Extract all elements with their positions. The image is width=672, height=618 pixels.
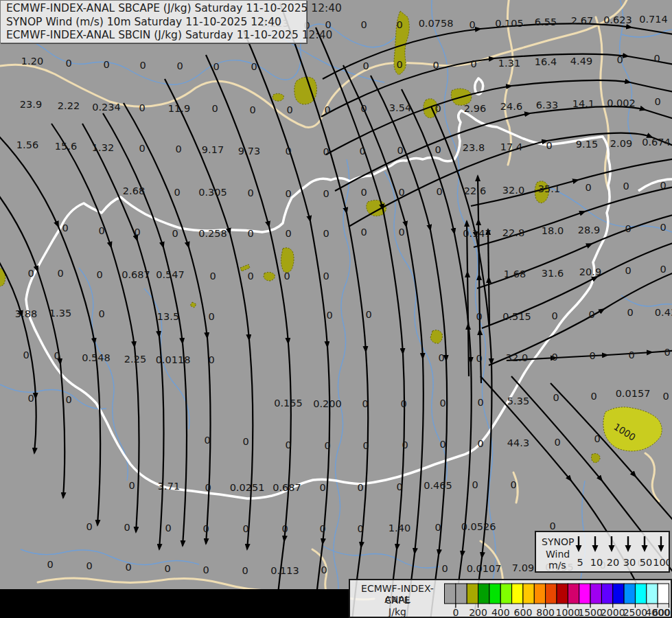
- map-value: 0: [625, 265, 631, 276]
- map-value: 0: [285, 146, 291, 157]
- map-value: 0.0118: [156, 354, 191, 365]
- map-value: 13.5: [157, 311, 179, 322]
- map-value: 1.56: [16, 139, 38, 150]
- map-value: 0: [585, 182, 591, 193]
- map-value: 0: [589, 350, 595, 361]
- map-value: 0: [439, 398, 445, 409]
- map-value: 2.68: [123, 185, 145, 196]
- value-labels-layer: 0.22300000.075800.1056.552.670.6230.7141…: [15, 14, 672, 576]
- map-value: 0: [54, 350, 60, 361]
- map-value: 0: [65, 394, 71, 405]
- map-value: 0: [360, 19, 367, 30]
- map-value: 35.1: [538, 183, 560, 194]
- map-value: 23.8: [463, 142, 485, 153]
- map-value: 0: [213, 61, 219, 72]
- map-value: 0: [98, 225, 104, 236]
- wind-legend: SYNOP Wind m/s 510203050100: [535, 531, 670, 573]
- map-value: 0: [103, 59, 109, 70]
- map-value: 0: [360, 103, 367, 114]
- map-value: 0.305: [198, 187, 227, 198]
- map-value: 0: [432, 60, 439, 71]
- map-value: 0.674: [642, 137, 671, 148]
- map-value: 0: [174, 187, 180, 198]
- map-value: 0: [660, 180, 666, 191]
- map-value: 0: [242, 436, 248, 447]
- map-value: 0: [628, 350, 634, 360]
- bottom-filler-strip: [0, 589, 350, 618]
- map-value: 22.8: [502, 227, 524, 238]
- map-value: 0: [362, 398, 368, 409]
- map-value: 0: [323, 146, 329, 157]
- title-box: ECMWF-INDEX-ANAL SBCAPE (J/kg) Saturday …: [0, 0, 307, 43]
- cape-tick-label: 0: [452, 607, 459, 617]
- map-value: 0: [27, 393, 34, 404]
- wind-speed-label: 30: [623, 557, 636, 568]
- weather-map-screen: 0.22300000.075800.1056.552.670.6230.7141…: [0, 0, 672, 618]
- map-value: 14.1: [572, 98, 594, 109]
- map-value: 0: [251, 61, 257, 72]
- map-value: 0.547: [156, 269, 185, 280]
- map-value: 0: [27, 268, 34, 279]
- map-value: 0.258: [198, 228, 227, 239]
- map-value: 0: [435, 522, 441, 533]
- title-line-sbcape: ECMWF-INDEX-ANAL SBCAPE (J/kg) Saturday …: [6, 2, 301, 16]
- cape-tick-label: 1500: [578, 607, 603, 617]
- map-value: 0.623: [603, 14, 632, 25]
- map-value: 32.0: [502, 185, 524, 196]
- map-value: 0.687: [121, 269, 150, 280]
- map-value: 0: [625, 223, 631, 234]
- map-value: 0: [396, 59, 402, 70]
- cape-tick-label: 2500: [623, 607, 648, 617]
- map-value: 0: [319, 482, 325, 493]
- wind-speed-label: 50: [640, 557, 652, 568]
- map-value: 0: [209, 271, 216, 282]
- map-value: 0: [124, 522, 130, 533]
- map-value: 0.0526: [461, 521, 496, 532]
- map-value: 0: [285, 188, 291, 199]
- map-value: 0: [323, 188, 329, 199]
- map-value: 0: [242, 565, 248, 576]
- map-value: 18.0: [542, 225, 564, 236]
- map-value: 0: [247, 187, 253, 198]
- map-value: 16.4: [535, 56, 557, 67]
- map-value: 0: [139, 102, 145, 113]
- map-value: 2.67: [571, 15, 593, 26]
- map-value: 0.714: [639, 14, 668, 25]
- map-value: 0.0758: [419, 18, 454, 29]
- map-value: 0: [283, 271, 290, 282]
- map-value: 24.6: [500, 101, 522, 112]
- map-value: 3.54: [389, 102, 411, 113]
- map-value: 0: [476, 353, 482, 364]
- map-value: 0.113: [270, 565, 299, 576]
- map-value: 0: [362, 60, 369, 71]
- map-value: 0.0157: [616, 388, 651, 399]
- title-line-wind: SYNOP Wind (m/s) 10m Saturday 11-10-2025…: [6, 16, 301, 30]
- map-value: 1.35: [49, 308, 71, 319]
- cape-tick-label: 200: [469, 607, 487, 617]
- map-value: 0: [627, 307, 633, 318]
- map-value: 0.147: [463, 228, 491, 239]
- map-value: 17.4: [500, 141, 522, 152]
- map-value: 9.73: [238, 146, 260, 157]
- map-value: 0: [281, 523, 288, 534]
- map-value: 0: [165, 523, 171, 534]
- cape-tick-label: 2000: [601, 607, 625, 617]
- map-value: 0: [125, 562, 131, 573]
- map-value: 0: [360, 187, 367, 198]
- map-value: 0: [396, 19, 402, 30]
- map-value: 0.200: [313, 398, 342, 409]
- map-value: 11.9: [168, 103, 190, 114]
- map-value: 0: [285, 439, 291, 450]
- map-value: 2.22: [58, 100, 80, 111]
- map-value: 0: [402, 439, 408, 450]
- map-value: 0: [664, 347, 670, 358]
- map-value: 0.687: [273, 482, 301, 493]
- cape-tick-label: 800: [536, 607, 555, 617]
- map-value: 0: [247, 271, 253, 282]
- map-value: 0: [590, 391, 596, 402]
- map-value: 0: [65, 58, 71, 69]
- map-value: 6.55: [535, 16, 557, 27]
- map-value: 0.465: [424, 480, 452, 491]
- map-value: 0.105: [495, 18, 524, 29]
- map-value: 0: [616, 54, 623, 65]
